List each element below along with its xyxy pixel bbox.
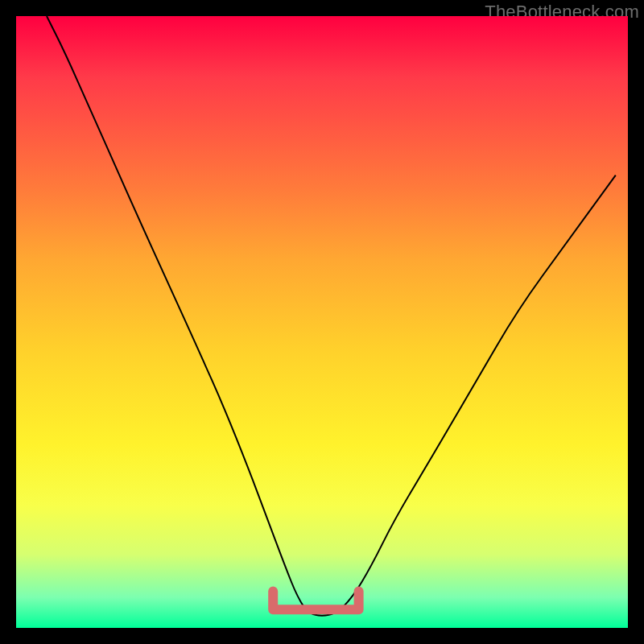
optimal-range-bracket (273, 591, 358, 609)
plot-area (16, 16, 628, 628)
bottleneck-curve (47, 16, 616, 616)
chart-svg (16, 16, 628, 628)
chart-frame: TheBottleneck.com (0, 0, 644, 644)
